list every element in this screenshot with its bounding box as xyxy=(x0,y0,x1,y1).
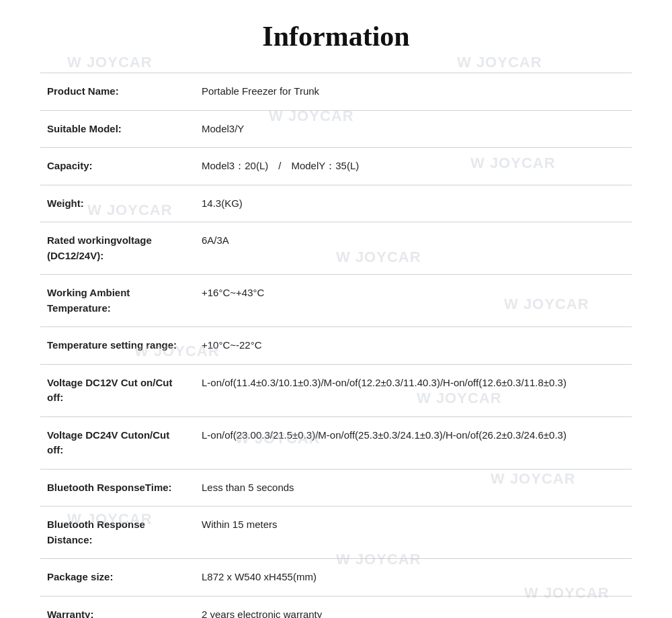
row-label-1: Suitable Model: xyxy=(40,110,195,148)
row-label-11: Package size: xyxy=(40,559,195,597)
row-value-12: 2 years electronic warranty xyxy=(195,596,632,618)
page-title: Information xyxy=(40,20,632,52)
row-label-6: Temperature setting range: xyxy=(40,327,195,365)
page-container: W JOYCARW JOYCARW JOYCARW JOYCARW JOYCAR… xyxy=(0,0,672,618)
table-row: Capacity:Model3：20(L) / ModelY：35(L) xyxy=(40,148,632,185)
row-value-6: +10°C~-22°C xyxy=(195,327,632,365)
row-value-7: L-on/of(11.4±0.3/10.1±0.3)/M-on/of(12.2±… xyxy=(195,364,632,416)
row-label-12: Warranty: xyxy=(40,596,195,618)
row-value-11: L872 x W540 xH455(mm) xyxy=(195,559,632,597)
row-label-3: Weight: xyxy=(40,185,195,222)
row-value-10: Within 15 meters xyxy=(195,506,632,559)
row-value-2: Model3：20(L) / ModelY：35(L) xyxy=(195,148,632,185)
row-value-5: +16°C~+43°C xyxy=(195,275,632,327)
table-row: Weight:14.3(KG) xyxy=(40,185,632,222)
row-label-7: Voltage DC12V Cut on/Cut off: xyxy=(40,364,195,416)
row-value-4: 6A/3A xyxy=(195,222,632,275)
table-row: Temperature setting range:+10°C~-22°C xyxy=(40,327,632,365)
table-row: Voltage DC12V Cut on/Cut off:L-on/of(11.… xyxy=(40,364,632,416)
row-label-8: Voltage DC24V Cuton/Cut off: xyxy=(40,416,195,469)
table-row: Suitable Model:Model3/Y xyxy=(40,110,632,148)
table-row: Voltage DC24V Cuton/Cut off:L-on/of(23.0… xyxy=(40,416,632,469)
row-label-5: Working Ambient Temperature: xyxy=(40,275,195,327)
table-row: Warranty:2 years electronic warranty xyxy=(40,596,632,618)
table-row: Bluetooth ResponseTime:Less than 5 secon… xyxy=(40,469,632,506)
table-row: Product Name:Portable Freezer for Trunk xyxy=(40,73,632,111)
watermark: W JOYCAR xyxy=(457,54,542,71)
table-row: Package size:L872 x W540 xH455(mm) xyxy=(40,559,632,597)
row-label-4: Rated workingvoltage (DC12/24V): xyxy=(40,222,195,275)
row-label-10: Bluetooth Response Distance: xyxy=(40,506,195,559)
row-value-9: Less than 5 seconds xyxy=(195,469,632,506)
row-value-8: L-on/of(23.00.3/21.5±0.3)/M-on/off(25.3±… xyxy=(195,416,632,469)
row-value-0: Portable Freezer for Trunk xyxy=(195,73,632,111)
row-label-0: Product Name: xyxy=(40,73,195,111)
table-row: Bluetooth Response Distance:Within 15 me… xyxy=(40,506,632,559)
table-row: Working Ambient Temperature:+16°C~+43°C xyxy=(40,275,632,327)
info-table: Product Name:Portable Freezer for TrunkS… xyxy=(40,73,632,618)
table-row: Rated workingvoltage (DC12/24V):6A/3A xyxy=(40,222,632,275)
watermark: W JOYCAR xyxy=(67,54,153,71)
row-label-2: Capacity: xyxy=(40,148,195,185)
row-label-9: Bluetooth ResponseTime: xyxy=(40,469,195,506)
row-value-3: 14.3(KG) xyxy=(195,185,632,222)
row-value-1: Model3/Y xyxy=(195,110,632,148)
